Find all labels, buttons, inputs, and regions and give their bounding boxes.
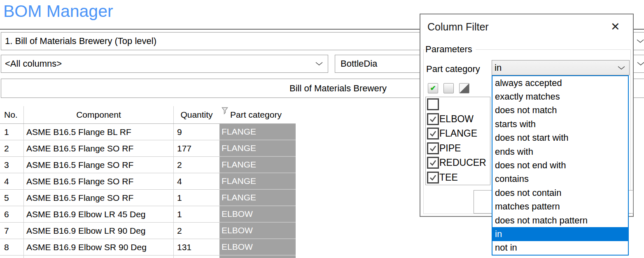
cell-component: ASME B16.5 Flange BL RF bbox=[24, 124, 174, 140]
bom-level-value: 1. Bill of Materials Brewery (Top level) bbox=[5, 33, 156, 50]
cell-part-category: ELBOW bbox=[219, 223, 296, 239]
value-label: ELBOW bbox=[439, 114, 474, 125]
cell-part-category: ELBOW bbox=[219, 206, 296, 222]
operator-option-selected[interactable]: in bbox=[492, 227, 628, 241]
cell-part-category: ELBOW bbox=[219, 239, 296, 255]
table-row[interactable]: 8 ASME B16.9 Elbow SR 90 Deg 131 ELBOW bbox=[0, 239, 296, 256]
cell-part-category: FLANGE bbox=[219, 157, 296, 173]
close-icon[interactable]: ✕ bbox=[611, 20, 620, 33]
cell-part-category: ELBOW bbox=[219, 256, 296, 258]
operator-option[interactable]: does not contain bbox=[492, 186, 628, 200]
clear-selection-button[interactable] bbox=[443, 83, 454, 93]
table-row[interactable]: 3 ASME B16.5 Flange SO RF 2 FLANGE bbox=[0, 157, 296, 173]
cell-quantity: 4 bbox=[174, 173, 219, 189]
column-select-value: <All columns> bbox=[5, 55, 62, 72]
operator-option[interactable]: always accepted bbox=[492, 76, 628, 90]
table-row[interactable]: 9 ASME B16.9 Elbow SR 90 Deg 13 ELBOW bbox=[0, 256, 296, 258]
search-value: BottleDia bbox=[341, 55, 377, 72]
column-select-combobox[interactable]: <All columns> bbox=[1, 55, 328, 73]
selection-toolbar: ✔ bbox=[428, 83, 475, 93]
cell-quantity: 131 bbox=[174, 239, 219, 255]
cell-component: ASME B16.5 Flange SO RF bbox=[24, 157, 174, 173]
operator-option[interactable]: does not end with bbox=[492, 158, 628, 172]
value-checkbox-item[interactable]: FLANGE bbox=[426, 126, 490, 141]
cell-no: 8 bbox=[0, 239, 24, 255]
value-checkbox-item[interactable] bbox=[426, 97, 490, 112]
cell-quantity: 1 bbox=[174, 190, 219, 206]
value-label: TEE bbox=[439, 172, 458, 183]
checkbox-checked-icon bbox=[427, 157, 439, 169]
operator-option[interactable]: ends with bbox=[492, 145, 628, 158]
value-checkbox-item[interactable]: REDUCER bbox=[426, 156, 490, 170]
cell-no: 4 bbox=[0, 173, 24, 189]
table-row[interactable]: 2 ASME B16.5 Flange SO RF 177 FLANGE bbox=[0, 140, 296, 157]
checkbox-unchecked-icon bbox=[427, 98, 439, 110]
operator-combobox[interactable]: in bbox=[492, 60, 630, 75]
operator-option[interactable]: does not start with bbox=[492, 131, 628, 145]
operator-dropdown-list: always accepted exactly matches does not… bbox=[492, 75, 629, 256]
filter-icon[interactable] bbox=[222, 107, 228, 115]
value-label: PIPE bbox=[439, 143, 461, 154]
cell-no: 2 bbox=[0, 140, 24, 156]
checkbox-checked-icon bbox=[427, 172, 439, 184]
col-header-quantity[interactable]: Quantity bbox=[174, 106, 219, 123]
operator-option[interactable]: does not match bbox=[492, 104, 628, 117]
group-label: Parameters bbox=[425, 44, 476, 55]
operator-option[interactable]: matches pattern bbox=[492, 200, 628, 214]
cell-quantity: 13 bbox=[174, 256, 219, 258]
operator-option[interactable]: exactly matches bbox=[492, 90, 628, 103]
checkbox-checked-icon bbox=[427, 142, 439, 154]
cell-component: ASME B16.9 Elbow SR 90 Deg bbox=[24, 256, 174, 258]
cell-quantity: 177 bbox=[174, 140, 219, 156]
cell-part-category: FLANGE bbox=[219, 173, 296, 189]
operator-value: in bbox=[495, 60, 502, 75]
page-title: BOM Manager bbox=[3, 2, 113, 21]
operator-option[interactable]: not in bbox=[492, 241, 628, 255]
select-all-button[interactable]: ✔ bbox=[428, 83, 438, 93]
cell-component: ASME B16.5 Flange SO RF bbox=[24, 173, 174, 189]
col-header-part-category[interactable]: Part category bbox=[219, 106, 296, 123]
checkbox-checked-icon bbox=[427, 128, 439, 139]
table-header-row: No. Component Quantity Part category bbox=[0, 106, 296, 124]
table-row[interactable]: 1 ASME B16.5 Flange BL RF 9 FLANGE bbox=[0, 124, 296, 140]
col-header-no[interactable]: No. bbox=[0, 106, 24, 123]
cell-component: ASME B16.9 Elbow SR 90 Deg bbox=[24, 239, 174, 255]
cell-no: 3 bbox=[0, 157, 24, 173]
cell-quantity: 2 bbox=[174, 157, 219, 173]
cell-quantity: 9 bbox=[174, 124, 219, 140]
cell-component: ASME B16.9 Elbow LR 90 Deg bbox=[24, 223, 174, 239]
check-icon: ✔ bbox=[430, 85, 436, 92]
invert-selection-button[interactable] bbox=[459, 83, 469, 93]
table-row[interactable]: 4 ASME B16.5 Flange SO RF 4 FLANGE bbox=[0, 173, 296, 190]
chevron-down-icon bbox=[315, 62, 323, 66]
checkbox-checked-icon bbox=[427, 113, 439, 125]
cell-no: 7 bbox=[0, 223, 24, 239]
cell-no: 1 bbox=[0, 124, 24, 140]
value-list: ELBOW FLANGE PIPE REDUCER bbox=[425, 97, 490, 185]
cell-no: 9 bbox=[0, 256, 24, 258]
table-row[interactable]: 6 ASME B16.9 Elbow LR 45 Deg 1 ELBOW bbox=[0, 206, 296, 223]
value-checkbox-item[interactable]: TEE bbox=[426, 170, 490, 185]
operator-option[interactable]: starts with bbox=[492, 117, 628, 131]
value-label: REDUCER bbox=[439, 157, 486, 168]
table-caption: Bill of Materials Brewery bbox=[289, 79, 387, 98]
cell-quantity: 1 bbox=[174, 206, 219, 222]
cell-no: 5 bbox=[0, 190, 24, 206]
cell-part-category: FLANGE bbox=[219, 190, 296, 206]
cell-no: 6 bbox=[0, 206, 24, 222]
cell-part-category: FLANGE bbox=[219, 140, 296, 156]
parameter-label: Part category bbox=[426, 64, 480, 74]
chevron-down-icon bbox=[618, 66, 625, 70]
bom-manager-window: BOM Manager 1. Bill of Materials Brewery… bbox=[0, 0, 644, 258]
value-label: FLANGE bbox=[439, 128, 477, 139]
dialog-title: Column Filter bbox=[427, 21, 489, 33]
value-checkbox-item[interactable]: PIPE bbox=[426, 141, 490, 156]
cell-component: ASME B16.5 Flange SO RF bbox=[24, 140, 174, 156]
value-checkbox-item[interactable]: ELBOW bbox=[426, 112, 490, 127]
operator-option[interactable]: contains bbox=[492, 172, 628, 186]
operator-option[interactable]: does not match pattern bbox=[492, 214, 628, 227]
col-header-component[interactable]: Component bbox=[24, 106, 174, 123]
cell-quantity: 2 bbox=[174, 223, 219, 239]
table-row[interactable]: 7 ASME B16.9 Elbow LR 90 Deg 2 ELBOW bbox=[0, 223, 296, 239]
table-row[interactable]: 5 ASME B16.5 Flange SO RF 1 FLANGE bbox=[0, 190, 296, 206]
